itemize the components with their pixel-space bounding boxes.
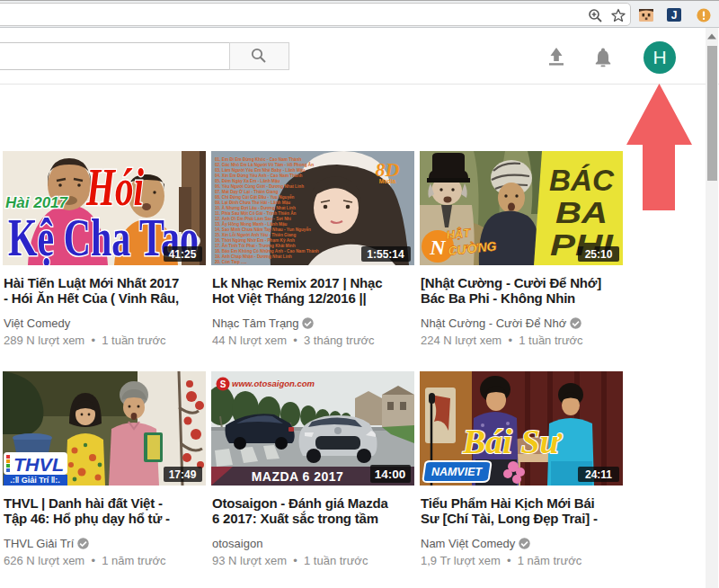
svg-text:17. Ân Tình Tôi Phai - Trương: 17. Ân Tình Tôi Phai - Trương Khải Minh — [215, 243, 296, 248]
svg-text:06. Yêu Người Cùng Giới - Dươn: 06. Yêu Người Cùng Giới - Dương Nhất Lin… — [215, 183, 304, 189]
svg-text:www.otosaigon.com: www.otosaigon.com — [232, 379, 315, 388]
svg-text:17:49: 17:49 — [169, 468, 197, 481]
svg-text:19. Anh Chấp Nhận - Dương Nhất: 19. Anh Chấp Nhận - Dương Nhất Linh — [215, 254, 292, 259]
svg-text:41:25: 41:25 — [169, 248, 197, 261]
svg-text:01. Em Đi Em Đừng Khóc - Cao N: 01. Em Đi Em Đừng Khóc - Cao Nam Thành — [215, 157, 302, 162]
svg-text:13. Ây Hồng Mong Manh - Lãnh M: 13. Ây Hồng Mong Manh - Lãnh Mậu — [215, 221, 288, 227]
svg-text:20. Còn Tiếp .....: 20. Còn Tiếp ..... — [215, 259, 247, 264]
svg-text:HẬT: HẬT — [446, 226, 472, 242]
svg-text:08. Chỉ Đứng Cúi Gật Đầu - Yuu: 08. Chỉ Đứng Cúi Gật Đầu - Yuu Nguyễn — [215, 194, 295, 200]
svg-text:11. Phía Sau Một Cô Gái - Trịn: 11. Phía Sau Một Cô Gái - Trịnh Thiên Ân — [215, 210, 297, 216]
svg-text:05. Đêm Ngày Xa Em - Lãnh Mậu: 05. Đêm Ngày Xa Em - Lãnh Mậu — [215, 179, 280, 183]
svg-text:18. Bảo Em Không Có Những Anh: 18. Bảo Em Không Có Những Anh - Cao Nam … — [215, 249, 319, 254]
svg-text:MAZDA 6 2017: MAZDA 6 2017 — [252, 469, 344, 484]
svg-text:THVL: THVL — [13, 454, 64, 475]
svg-text:02. Gác Nhỏ Em Là Người Vô Tâm: 02. Gác Nhỏ Em Là Người Vô Tâm - Hồ Phon… — [215, 162, 314, 167]
svg-text:S: S — [220, 379, 226, 389]
svg-text:14:00: 14:00 — [375, 468, 406, 481]
svg-text:04. Xin Em Đừng Yêu Anh - Cao: 04. Xin Em Đừng Yêu Anh - Cao Nam Thành — [215, 174, 303, 178]
svg-text:16. Thời Ngừng Nhớ Em - Phạm K: 16. Thời Ngừng Nhớ Em - Phạm Kỳ Anh — [215, 238, 295, 243]
svg-text:15. Xin Lỗi Người Anh Yêu - Th: 15. Xin Lỗi Người Anh Yêu - Thiên Giang — [215, 232, 296, 237]
svg-text:BA: BA — [555, 196, 608, 229]
svg-text:25:10: 25:10 — [585, 248, 613, 261]
svg-text:N: N — [429, 236, 447, 259]
svg-text:14. Sao Mình Chưa Nắm Tay Nhau: 14. Sao Mình Chưa Nắm Tay Nhau - Yun Ngu… — [215, 227, 311, 232]
svg-text:Bái Sư: Bái Sư — [462, 423, 564, 460]
svg-text:07. Mất Dạy Ở Lại - Thiên Gian: 07. Mất Dạy Ở Lại - Thiên Giang — [215, 189, 279, 194]
svg-text:12. Anh Ơi Em Phải Làm Sao - S: 12. Anh Ơi Em Phải Làm Sao - Sơi Nhi — [215, 217, 291, 221]
svg-text:.:‖ Giải Trí ‖:.: .:‖ Giải Trí ‖:. — [10, 476, 59, 485]
svg-text:10. À Nhưng Đợi Lâu - Dương Nh: 10. À Nhưng Đợi Lâu - Dương Nhất Linh — [215, 205, 296, 210]
svg-text:NAMVIET: NAMVIET — [431, 466, 484, 478]
svg-text:24:11: 24:11 — [585, 468, 612, 481]
svg-text:Media: Media — [379, 178, 396, 184]
svg-text:03. Làm Người Yêu Em Nhé Baby: 03. Làm Người Yêu Em Nhé Baby - Lãnh Mậu — [215, 168, 306, 173]
svg-text:J: J — [671, 9, 678, 22]
svg-text:09. Lại Đính Chưa Thế Hải - Lã: 09. Lại Đính Chưa Thế Hải - Lãnh Mậu — [215, 200, 290, 205]
svg-text:1:55:14: 1:55:14 — [367, 248, 404, 261]
svg-text:BÁC: BÁC — [549, 164, 615, 197]
